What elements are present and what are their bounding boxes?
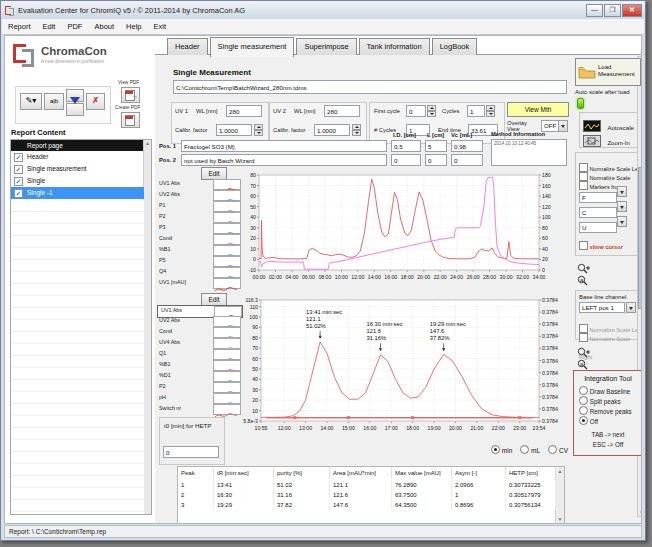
- delete-page-button[interactable]: ✗: [86, 93, 105, 110]
- table-cell[interactable]: 2: [178, 490, 214, 500]
- legend-curve-thumbnail[interactable]: [213, 316, 241, 327]
- baseline-channel-value[interactable]: LEFT pos 1: [579, 302, 625, 313]
- chevron-down-icon[interactable]: [617, 186, 627, 197]
- legend2-item-cond[interactable]: Cond: [157, 327, 241, 338]
- zoom-in-button[interactable]: Zoom-In: [583, 131, 630, 149]
- legend-curve-thumbnail[interactable]: [213, 212, 241, 223]
- close-button[interactable]: ✕: [622, 4, 642, 17]
- unit-radio-ml[interactable]: mL: [520, 447, 540, 454]
- title-bar[interactable]: Evaluation Center for ChromIQ v5 / © 201…: [1, 1, 645, 19]
- menu-edit[interactable]: Edit: [37, 22, 62, 31]
- edit-pencil-button[interactable]: ✎▾: [20, 93, 42, 110]
- table-cell[interactable]: 121.1: [330, 480, 392, 490]
- legend2-item--b1[interactable]: %B1: [157, 360, 241, 371]
- integration-option-remove-peaks[interactable]: Remove peaks: [579, 406, 632, 415]
- first-cycle-spinner[interactable]: [427, 105, 436, 117]
- uv1-calib-input[interactable]: [216, 124, 252, 136]
- legend2-item--d1[interactable]: %D1: [157, 371, 241, 382]
- table-cell[interactable]: 147.6: [330, 500, 392, 510]
- report-item-single-measurement[interactable]: ✓Single measurement: [11, 163, 144, 175]
- first-cycle-input[interactable]: [406, 105, 426, 117]
- legend-curve-thumbnail[interactable]: [213, 245, 241, 256]
- uv1-calib-spinner[interactable]: [254, 124, 263, 136]
- report-list-scrollbar[interactable]: ▲: [143, 140, 151, 514]
- integration-option-draw-baseline[interactable]: Draw Baseline: [579, 386, 630, 395]
- legend2-item-uv4-abs[interactable]: UV4 Abs: [157, 338, 241, 349]
- table-cell[interactable]: 16:30: [214, 490, 274, 500]
- legend2-item-uv2-abs[interactable]: UV2 Abs: [157, 316, 241, 327]
- maximize-button[interactable]: ❐: [604, 4, 621, 17]
- legend-curve-thumbnail[interactable]: [213, 223, 241, 234]
- pos1-l-input[interactable]: [425, 140, 447, 152]
- legend1-item-cond[interactable]: Cond: [157, 234, 241, 245]
- pos1-vc-input[interactable]: [451, 140, 483, 152]
- unit-radio-cv[interactable]: CV: [548, 447, 568, 454]
- table-cell[interactable]: 0.30517979: [506, 490, 556, 500]
- legend-curve-thumbnail[interactable]: [213, 190, 241, 201]
- legend-curve-thumbnail[interactable]: [213, 382, 241, 393]
- unit-radio-min[interactable]: min: [491, 447, 512, 454]
- tab-header[interactable]: Header: [167, 38, 208, 55]
- legend-curve-thumbnail[interactable]: [213, 234, 241, 245]
- table-cell[interactable]: 13:41: [214, 480, 274, 490]
- measurement-path-input[interactable]: [173, 80, 567, 94]
- legend1-item--b1[interactable]: %B1: [157, 245, 241, 256]
- pos2-id-input[interactable]: [391, 154, 421, 166]
- pos1-input[interactable]: [181, 140, 387, 152]
- pos2-input[interactable]: [181, 154, 387, 166]
- show-cursor-checkbox[interactable]: show cursor: [579, 235, 623, 253]
- legend-curve-thumbnail[interactable]: [213, 338, 241, 349]
- autoscale-after-load-led[interactable]: [577, 98, 584, 109]
- legend-curve-thumbnail[interactable]: [213, 267, 241, 278]
- legend2-item-ph[interactable]: pH: [157, 393, 241, 404]
- legend-curve-thumbnail[interactable]: [213, 393, 241, 404]
- move-down-button[interactable]: [66, 103, 84, 116]
- table-cell[interactable]: 64.3500: [392, 500, 452, 510]
- uv2-wl-input[interactable]: [324, 105, 360, 117]
- view-pdf-button[interactable]: →: [121, 87, 140, 103]
- chart2-plot[interactable]: 10:5512:0013:0014:0015:0016:0017:0018:00…: [231, 295, 565, 445]
- rename-ab-button[interactable]: a|b: [44, 93, 64, 110]
- load-measurement-button[interactable]: Load Measurement: [575, 58, 641, 86]
- overlay-view-dropdown[interactable]: [558, 120, 568, 132]
- integration-option-off[interactable]: Off: [579, 416, 598, 425]
- legend-curve-thumbnail[interactable]: [213, 278, 241, 289]
- table-cell[interactable]: 76.2890: [392, 480, 452, 490]
- pos2-l-input[interactable]: [425, 154, 447, 166]
- legend-curve-thumbnail[interactable]: [213, 349, 241, 360]
- legend-curve-thumbnail[interactable]: [213, 371, 241, 382]
- table-cell[interactable]: 1: [178, 480, 214, 490]
- table-cell[interactable]: 51.02: [274, 480, 330, 490]
- checkbox[interactable]: ✓: [14, 165, 23, 174]
- zoom-auto-tool[interactable]: a: [577, 272, 591, 290]
- legend1-item-p1[interactable]: P1: [157, 201, 241, 212]
- integration-option-split-peaks[interactable]: Split peaks: [579, 396, 621, 405]
- legend-curve-thumbnail[interactable]: [213, 404, 241, 415]
- menu-about[interactable]: About: [88, 22, 120, 31]
- legend1-item-p3[interactable]: P3: [157, 223, 241, 234]
- table-cell[interactable]: 37.82: [274, 500, 330, 510]
- legend-curve-thumbnail[interactable]: [213, 327, 241, 338]
- table-cell[interactable]: 19:29: [214, 500, 274, 510]
- checkbox[interactable]: ✓: [14, 189, 23, 198]
- legend2-item-switch-nr[interactable]: Switch nr: [157, 404, 241, 415]
- legend-curve-thumbnail[interactable]: [213, 256, 241, 267]
- legend2-item-p2[interactable]: P2: [157, 382, 241, 393]
- scroll-down-arrow[interactable]: ▼: [638, 509, 642, 516]
- cycles-spinner[interactable]: [486, 105, 495, 117]
- legend2-item-q1[interactable]: Q1: [157, 349, 241, 360]
- report-item-header[interactable]: ✓Header: [11, 151, 144, 163]
- scrollbar-thumb[interactable]: [638, 167, 642, 309]
- create-pdf-button[interactable]: [121, 112, 140, 128]
- checkbox[interactable]: ✓: [14, 153, 23, 162]
- legend1-item-uv1-mau-[interactable]: UV1 [mAU]: [157, 278, 241, 289]
- report-item-single--1[interactable]: ✓Single -1: [11, 187, 144, 199]
- menu-exit[interactable]: Exit: [148, 22, 173, 31]
- minimize-button[interactable]: —: [586, 4, 603, 17]
- pos2-vc-input[interactable]: [451, 154, 483, 166]
- report-item-single[interactable]: ✓Single: [11, 175, 144, 187]
- legend-curve-thumbnail[interactable]: [213, 179, 241, 190]
- view-mth-button[interactable]: View Mth: [507, 102, 569, 117]
- cycles-input[interactable]: [467, 105, 485, 117]
- baseline-channel-dropdown[interactable]: [626, 302, 636, 313]
